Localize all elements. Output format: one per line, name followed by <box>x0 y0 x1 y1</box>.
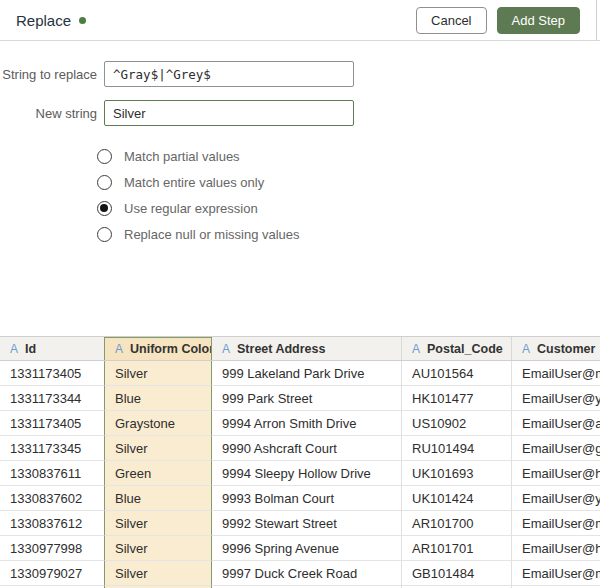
column-header-label: Id <box>25 342 36 356</box>
table-cell: AR101700 <box>402 511 512 536</box>
replace-form: String to replace New string Match parti… <box>0 41 600 242</box>
text-type-icon: A <box>115 342 123 356</box>
table-row: 1330837612Silver9992 Stewart StreetAR101… <box>0 511 600 536</box>
table-cell: 9992 Stewart Street <box>212 511 402 536</box>
radio-option-3[interactable]: Replace null or missing values <box>97 226 600 242</box>
column-header-label: Postal_Code <box>427 342 503 356</box>
column-header-label: Customer <box>537 342 595 356</box>
string-to-replace-label: String to replace <box>0 67 104 82</box>
new-string-input[interactable] <box>104 100 354 126</box>
table-row: 1330837611Green9994 Sleepy Hollow DriveU… <box>0 461 600 486</box>
column-header-id[interactable]: AId <box>0 337 105 360</box>
cancel-button[interactable]: Cancel <box>416 7 486 34</box>
radio-option-2[interactable]: Use regular expression <box>97 200 600 216</box>
table-cell: Graystone <box>104 411 212 436</box>
table-body: 1331173405Silver999 Lakeland Park DriveA… <box>0 361 600 588</box>
table-cell: EmailUser@g <box>512 436 600 461</box>
table-cell: 9994 Arron Smith Drive <box>212 411 402 436</box>
column-header-label: Street Address <box>237 342 325 356</box>
table-cell: 1330837611 <box>0 461 105 486</box>
table-cell: Silver <box>104 561 212 586</box>
table-cell: EmailUser@a <box>512 411 600 436</box>
table-row: 1331173345Silver9990 Ashcraft CourtRU101… <box>0 436 600 461</box>
table-row: 1330837602Blue9993 Bolman CourtUK101424E… <box>0 486 600 511</box>
table-cell: Silver <box>104 536 212 561</box>
radio-option-label: Match partial values <box>124 149 240 164</box>
column-header-customer[interactable]: ACustomer <box>512 337 600 360</box>
table-header-row: AIdAUniform ColorAStreet AddressAPostal_… <box>0 337 600 361</box>
table-cell: UK101424 <box>402 486 512 511</box>
header-actions: Cancel Add Step <box>416 7 580 34</box>
new-string-label: New string <box>0 106 104 121</box>
match-options-radio-group: Match partial valuesMatch entire values … <box>97 148 600 242</box>
radio-selected-icon[interactable] <box>97 201 112 216</box>
table-row: 1331173405Silver999 Lakeland Park DriveA… <box>0 361 600 386</box>
table-cell: 1331173405 <box>0 361 105 386</box>
table-cell: EmailUser@y <box>512 386 600 411</box>
column-header-uniform-color[interactable]: AUniform Color <box>104 337 212 360</box>
text-type-icon: A <box>222 342 230 356</box>
table-cell: Silver <box>104 436 212 461</box>
table-cell: EmailUser@m <box>512 511 600 536</box>
radio-option-0[interactable]: Match partial values <box>97 148 600 164</box>
table-cell: 9997 Duck Creek Road <box>212 561 402 586</box>
table-cell: 9990 Ashcraft Court <box>212 436 402 461</box>
table-cell: Green <box>104 461 212 486</box>
table-cell: 1331173345 <box>0 436 105 461</box>
table-cell: 1330837602 <box>0 486 105 511</box>
table-cell: EmailUser@m <box>512 361 600 386</box>
radio-option-label: Match entire values only <box>124 175 264 190</box>
table-cell: GB101484 <box>402 561 512 586</box>
table-cell: 999 Park Street <box>212 386 402 411</box>
table-cell: Blue <box>104 386 212 411</box>
radio-option-label: Replace null or missing values <box>124 227 300 242</box>
radio-option-label: Use regular expression <box>124 201 258 216</box>
table-row: 1331173344Blue999 Park StreetHK101477Ema… <box>0 386 600 411</box>
new-string-row: New string <box>0 100 600 126</box>
table-cell: Silver <box>104 361 212 386</box>
text-type-icon: A <box>412 342 420 356</box>
column-header-street-address[interactable]: AStreet Address <box>212 337 402 360</box>
column-header-label: Uniform Color <box>130 342 212 356</box>
table-cell: AR101701 <box>402 536 512 561</box>
unsaved-indicator-dot <box>79 17 86 24</box>
table-cell: 1331173344 <box>0 386 105 411</box>
table-cell: 9993 Bolman Court <box>212 486 402 511</box>
text-type-icon: A <box>522 342 530 356</box>
table-cell: Silver <box>104 511 212 536</box>
table-cell: 9994 Sleepy Hollow Drive <box>212 461 402 486</box>
radio-unselected-icon[interactable] <box>97 227 112 242</box>
table-cell: 1331173405 <box>0 411 105 436</box>
panel-divider <box>596 0 597 41</box>
page-title: Replace <box>16 12 71 29</box>
table-cell: 1330979027 <box>0 561 105 586</box>
table-cell: 999 Lakeland Park Drive <box>212 361 402 386</box>
table-cell: 1330837612 <box>0 511 105 536</box>
radio-unselected-icon[interactable] <box>97 149 112 164</box>
table-cell: UK101693 <box>402 461 512 486</box>
table-cell: EmailUser@h <box>512 536 600 561</box>
radio-option-1[interactable]: Match entire values only <box>97 174 600 190</box>
table-cell: EmailUser@y <box>512 486 600 511</box>
replace-step-dialog: Replace Cancel Add Step String to replac… <box>0 0 600 588</box>
dialog-header: Replace Cancel Add Step <box>0 0 600 41</box>
data-preview-table: AIdAUniform ColorAStreet AddressAPostal_… <box>0 336 600 588</box>
table-cell: EmailUser@m <box>512 561 600 586</box>
table-cell: Blue <box>104 486 212 511</box>
table-row: 1330979027Silver9997 Duck Creek RoadGB10… <box>0 561 600 586</box>
table-cell: AU101564 <box>402 361 512 386</box>
table-cell: RU101494 <box>402 436 512 461</box>
table-row: 1331173405Graystone9994 Arron Smith Driv… <box>0 411 600 436</box>
table-cell: HK101477 <box>402 386 512 411</box>
column-header-postal-code[interactable]: APostal_Code <box>402 337 512 360</box>
string-to-replace-row: String to replace <box>0 61 600 87</box>
table-cell: 1330977998 <box>0 536 105 561</box>
radio-unselected-icon[interactable] <box>97 175 112 190</box>
table-cell: EmailUser@h <box>512 461 600 486</box>
table-cell: 9996 Spring Avenue <box>212 536 402 561</box>
text-type-icon: A <box>10 342 18 356</box>
table-cell: US10902 <box>402 411 512 436</box>
string-to-replace-input[interactable] <box>104 61 354 87</box>
table-row: 1330977998Silver9996 Spring AvenueAR1017… <box>0 536 600 561</box>
add-step-button[interactable]: Add Step <box>497 7 581 34</box>
